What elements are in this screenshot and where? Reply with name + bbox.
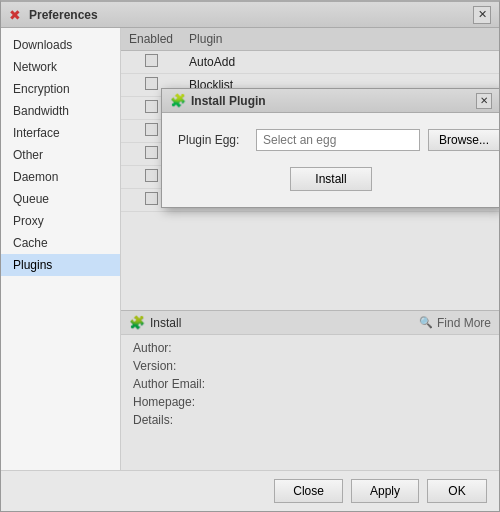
install-plugin-dialog: 🧩 Install Plugin ✕ Plugin Egg: Browse...… — [161, 88, 499, 208]
window-close-button[interactable]: ✕ — [473, 6, 491, 24]
sidebar-item-proxy[interactable]: Proxy — [1, 210, 120, 232]
plugin-egg-input[interactable] — [256, 129, 420, 151]
dialog-close-button[interactable]: ✕ — [476, 93, 492, 109]
sidebar-item-downloads[interactable]: Downloads — [1, 34, 120, 56]
title-bar-left: ✖ Preferences — [9, 8, 98, 22]
preferences-window: ✖ Preferences ✕ Downloads Network Encryp… — [0, 0, 500, 512]
install-button-row: Install — [178, 163, 484, 191]
dialog-title-left: 🧩 Install Plugin — [170, 93, 266, 108]
sidebar-item-network[interactable]: Network — [1, 56, 120, 78]
sidebar-item-queue[interactable]: Queue — [1, 188, 120, 210]
window-body: Downloads Network Encryption Bandwidth I… — [1, 28, 499, 470]
sidebar-item-interface[interactable]: Interface — [1, 122, 120, 144]
browse-button[interactable]: Browse... — [428, 129, 499, 151]
puzzle-icon: 🧩 — [170, 93, 186, 108]
app-icon: ✖ — [9, 8, 23, 22]
dialog-title-text: Install Plugin — [191, 94, 266, 108]
sidebar-item-cache[interactable]: Cache — [1, 232, 120, 254]
sidebar-item-other[interactable]: Other — [1, 144, 120, 166]
footer: Close Apply OK — [1, 470, 499, 511]
ok-button[interactable]: OK — [427, 479, 487, 503]
sidebar-item-bandwidth[interactable]: Bandwidth — [1, 100, 120, 122]
plugin-egg-row: Plugin Egg: Browse... — [178, 129, 484, 151]
sidebar-item-encryption[interactable]: Encryption — [1, 78, 120, 100]
title-bar: ✖ Preferences ✕ — [1, 2, 499, 28]
sidebar-item-plugins[interactable]: Plugins — [1, 254, 120, 276]
main-content: Enabled Plugin AutoAdd Blocklist — [121, 28, 499, 470]
close-button[interactable]: Close — [274, 479, 343, 503]
install-button[interactable]: Install — [290, 167, 371, 191]
plugin-egg-label: Plugin Egg: — [178, 133, 248, 147]
dialog-body: Plugin Egg: Browse... Install — [162, 113, 499, 207]
sidebar: Downloads Network Encryption Bandwidth I… — [1, 28, 121, 470]
apply-button[interactable]: Apply — [351, 479, 419, 503]
dialog-overlay: 🧩 Install Plugin ✕ Plugin Egg: Browse...… — [121, 28, 499, 470]
sidebar-item-daemon[interactable]: Daemon — [1, 166, 120, 188]
window-title: Preferences — [29, 8, 98, 22]
dialog-title-bar: 🧩 Install Plugin ✕ — [162, 89, 499, 113]
